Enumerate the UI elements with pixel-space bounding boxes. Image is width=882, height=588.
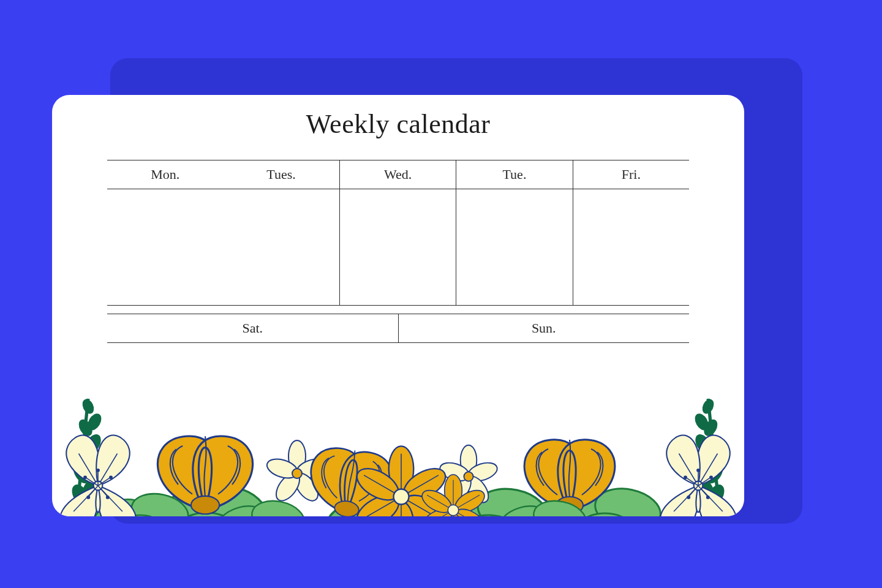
day-column: Tues. — [223, 160, 339, 305]
floral-border-icon — [52, 357, 744, 516]
calendar-card: Weekly calendar Mon. Tues. Wed. Tue. Fri… — [52, 95, 744, 516]
day-column: Sun. — [399, 314, 690, 343]
day-column: Mon. — [107, 160, 223, 305]
day-column: Sat. — [107, 314, 399, 343]
day-cell[interactable] — [456, 189, 572, 305]
weekend-row: Sat. Sun. — [107, 314, 689, 343]
day-column: Fri. — [573, 160, 689, 305]
day-header-sun: Sun. — [399, 314, 690, 343]
day-cell[interactable] — [223, 189, 339, 305]
day-column: Wed. — [340, 160, 456, 305]
day-header-sat: Sat. — [107, 314, 398, 343]
day-column: Tue. — [456, 160, 573, 305]
day-cell[interactable] — [107, 189, 223, 305]
day-header-wed: Wed. — [340, 160, 456, 189]
day-header-mon: Mon. — [107, 160, 223, 189]
day-cell[interactable] — [573, 189, 689, 305]
page-title: Weekly calendar — [52, 108, 744, 140]
day-header-tues: Tues. — [223, 160, 339, 189]
day-header-thu: Tue. — [456, 160, 572, 189]
day-header-fri: Fri. — [573, 160, 689, 189]
day-cell[interactable] — [340, 189, 456, 305]
weekday-row: Mon. Tues. Wed. Tue. Fri. — [107, 160, 689, 306]
